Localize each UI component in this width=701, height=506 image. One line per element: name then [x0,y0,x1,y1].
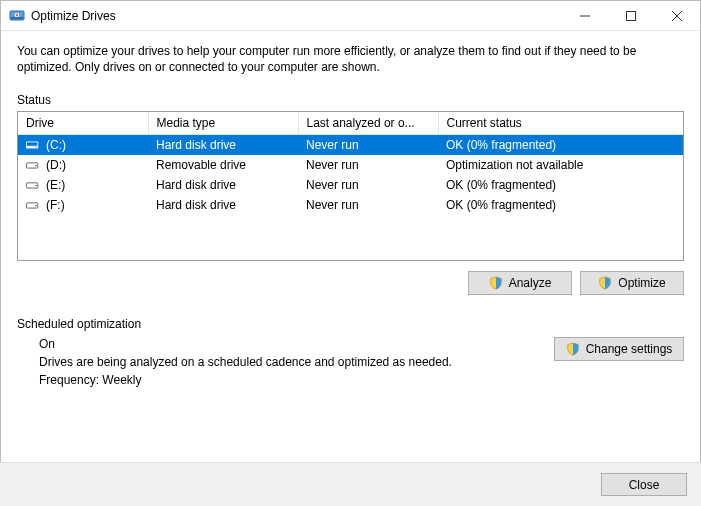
drive-name: (E:) [46,178,65,192]
drive-icon [26,179,40,191]
close-button[interactable]: Close [601,473,687,496]
analyze-button[interactable]: Analyze [468,271,572,295]
table-header-row: Drive Media type Last analyzed or o... C… [18,112,683,135]
optimize-label: Optimize [618,276,665,290]
drive-status: Optimization not available [438,155,683,175]
window-title: Optimize Drives [31,9,562,23]
drive-media: Removable drive [148,155,298,175]
schedule-freq: Frequency: Weekly [39,373,554,387]
drive-name: (D:) [46,158,66,172]
window-controls [562,1,700,30]
svg-rect-9 [35,146,38,148]
app-icon [9,8,25,24]
drive-status: OK (0% fragmented) [438,195,683,215]
titlebar: Optimize Drives [1,1,700,31]
drive-media: Hard disk drive [148,195,298,215]
drive-status: OK (0% fragmented) [438,135,683,156]
col-last[interactable]: Last analyzed or o... [298,112,438,135]
maximize-button[interactable] [608,1,654,30]
action-buttons: Analyze Optimize [17,271,684,295]
table-row[interactable]: (D:)Removable driveNever runOptimization… [18,155,683,175]
content-area: You can optimize your drives to help you… [1,31,700,391]
table-row[interactable]: (E:)Hard disk driveNever runOK (0% fragm… [18,175,683,195]
shield-icon [489,276,503,290]
optimize-button[interactable]: Optimize [580,271,684,295]
shield-icon [598,276,612,290]
svg-point-11 [35,165,37,167]
drive-last: Never run [298,135,438,156]
footer: Close [0,462,701,506]
schedule-desc: Drives are being analyzed on a scheduled… [39,355,554,369]
svg-point-13 [35,185,37,187]
change-settings-label: Change settings [586,342,673,356]
minimize-button[interactable] [562,1,608,30]
drive-status: OK (0% fragmented) [438,175,683,195]
svg-rect-8 [27,143,38,147]
description-text: You can optimize your drives to help you… [17,43,684,75]
schedule-state: On [39,337,554,351]
svg-point-15 [35,205,37,207]
svg-rect-4 [627,11,636,20]
drive-icon [26,139,40,151]
drive-last: Never run [298,175,438,195]
close-window-button[interactable] [654,1,700,30]
drive-media: Hard disk drive [148,135,298,156]
col-drive[interactable]: Drive [18,112,148,135]
scheduled-optimization: Scheduled optimization On Drives are bei… [17,317,684,391]
drives-table: Drive Media type Last analyzed or o... C… [17,111,684,261]
col-current[interactable]: Current status [438,112,683,135]
drive-name: (F:) [46,198,65,212]
drive-name: (C:) [46,138,66,152]
analyze-label: Analyze [509,276,552,290]
table-row[interactable]: (C:)Hard disk driveNever runOK (0% fragm… [18,135,683,156]
schedule-label: Scheduled optimization [17,317,684,331]
change-settings-button[interactable]: Change settings [554,337,684,361]
drive-media: Hard disk drive [148,175,298,195]
col-media[interactable]: Media type [148,112,298,135]
shield-icon [566,342,580,356]
status-label: Status [17,93,684,107]
table-row[interactable]: (F:)Hard disk driveNever runOK (0% fragm… [18,195,683,215]
drive-last: Never run [298,155,438,175]
drive-icon [26,199,40,211]
drive-icon [26,159,40,171]
drive-last: Never run [298,195,438,215]
